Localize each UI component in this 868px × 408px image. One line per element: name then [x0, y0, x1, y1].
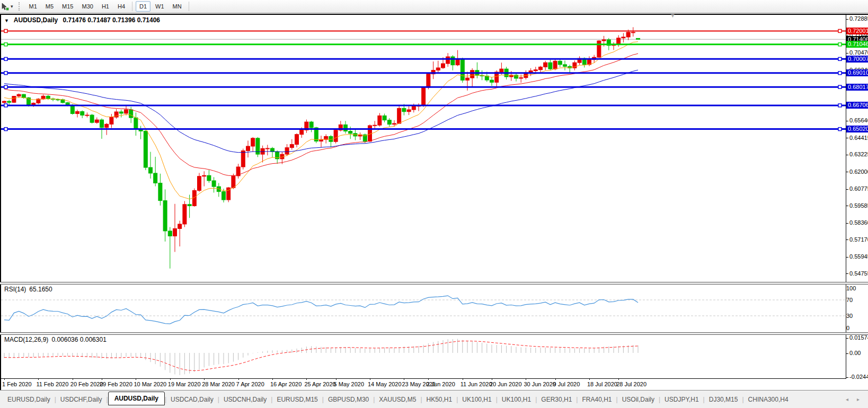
line-handle[interactable] — [4, 128, 7, 131]
line-handle[interactable] — [838, 85, 842, 88]
line-handle[interactable] — [838, 72, 842, 75]
date-label: 2 Jun 2020 — [426, 381, 455, 387]
timeframe-button-h1[interactable]: H1 — [98, 1, 113, 12]
price-axis-divider — [846, 15, 846, 378]
tabs-scroll-right-icon[interactable]: ▸ — [857, 396, 860, 402]
timeframe-button-d1[interactable]: D1 — [136, 1, 150, 12]
line-handle[interactable] — [4, 29, 7, 32]
price-badge: 0.69010 — [846, 69, 868, 76]
horizontal-support-line[interactable] — [1, 43, 846, 46]
symbol-tab-audusd-daily[interactable]: AUDUSD,Daily — [108, 392, 165, 405]
timeframe-button-m1[interactable]: M1 — [25, 1, 41, 12]
symbol-tab-usoil-daily[interactable]: USOil,Daily — [618, 394, 659, 405]
date-axis-divider — [0, 378, 846, 379]
rsi-plot — [1, 284, 846, 333]
symbol-tab-gbpusd-m30[interactable]: GBPUSD,M30 — [324, 394, 373, 405]
symbol-tab-hk50-h1[interactable]: HK50,H1 — [422, 394, 457, 405]
line-handle[interactable] — [838, 57, 842, 60]
macd-plot — [1, 334, 846, 378]
timeframe-buttons: M1M5M15M30H1H4D1W1MN — [25, 1, 192, 12]
symbol-tab-fra40-h1[interactable]: FRA40,H1 — [578, 394, 616, 405]
rsi-tick: 0 — [846, 325, 849, 331]
timeframe-button-h4[interactable]: H4 — [114, 1, 129, 12]
symbol-tab-china300-h4[interactable]: CHINA300,H4 — [744, 394, 793, 405]
price-axis[interactable]: 0.728850.716950.704700.692450.656400.644… — [846, 15, 868, 378]
date-label: 28 Jul 2020 — [616, 381, 646, 387]
timeframe-button-w1[interactable]: W1 — [152, 1, 168, 12]
toolbar-grip-handle[interactable] — [19, 2, 21, 11]
macd-panel-splitter[interactable] — [0, 332, 868, 335]
chart-shift-marker-icon[interactable]: ▼ — [670, 12, 676, 19]
line-handle[interactable] — [4, 57, 7, 60]
line-handle[interactable] — [4, 72, 7, 75]
line-handle[interactable] — [4, 43, 7, 46]
symbol-tab-eurusd-m15[interactable]: EURUSD,M15 — [272, 394, 322, 405]
rsi-tick: 100 — [846, 285, 856, 291]
horizontal-support-line[interactable] — [1, 72, 846, 75]
chart-title: ▼ AUDUSD,Daily 0.71476 0.71487 0.71396 0… — [4, 16, 160, 24]
price-tick: 0.72885 — [846, 15, 868, 22]
timeframe-button-m5[interactable]: M5 — [42, 1, 57, 12]
horizontal-support-line[interactable] — [1, 128, 846, 131]
price-tick: 0.64415 — [846, 135, 868, 141]
symbol-tab-usdjpy-h1[interactable]: USDJPY,H1 — [660, 394, 703, 405]
symbol-tab-usdcad-daily[interactable]: USDCAD,Daily — [166, 394, 218, 405]
price-tick: 0.54755 — [846, 270, 868, 277]
line-handle[interactable] — [838, 29, 842, 32]
line-handle[interactable] — [838, 128, 842, 131]
timeframe-button-mn[interactable]: MN — [169, 1, 185, 12]
macd-signal-line — [4, 341, 638, 371]
line-handle[interactable] — [4, 104, 7, 107]
date-label: 10 Mar 2020 — [134, 381, 166, 387]
rsi-panel[interactable] — [1, 284, 846, 333]
symbol-tab-ger30-h1[interactable]: GER30,H1 — [537, 394, 576, 405]
line-handle[interactable] — [838, 104, 842, 107]
tab-bar-divider — [0, 390, 868, 391]
date-label: 11 Feb 2020 — [36, 381, 68, 387]
chart-window-border-top — [0, 14, 868, 15]
price-tick: 0.58360 — [846, 219, 868, 226]
line-handle[interactable] — [4, 85, 7, 88]
rsi-panel-splitter[interactable] — [0, 282, 868, 285]
rsi-tick: 30 — [846, 313, 853, 319]
price-badge: 0.72001 — [846, 28, 868, 34]
mt4-window: { "toolbar": { "cursor_dropdown_glyph": … — [0, 0, 868, 408]
chart-title-collapse-icon[interactable]: ▼ — [4, 18, 9, 23]
timeframe-button-m30[interactable]: M30 — [78, 1, 97, 12]
date-label: 20 Jun 2020 — [490, 381, 522, 387]
cursor-tool-button[interactable]: ▾ — [0, 2, 16, 11]
symbol-tab-usdchf-daily[interactable]: USDCHF,Daily — [56, 394, 107, 405]
chart-ohlc-values: 0.71476 0.71487 0.71396 0.71406 — [63, 16, 161, 24]
date-label: 19 Mar 2020 — [168, 381, 201, 387]
symbol-tab-eurusd-daily[interactable]: EURUSD,Daily — [3, 394, 55, 405]
symbol-tab-uk100-h1[interactable]: UK100,H1 — [458, 394, 495, 405]
line-handle[interactable] — [838, 43, 842, 46]
macd-values: 0.006036 0.006301 — [51, 336, 106, 343]
date-label: 9 Jul 2020 — [553, 381, 580, 387]
price-badge: 0.71046 — [846, 41, 868, 48]
toolbar-separator — [132, 2, 132, 11]
horizontal-support-line[interactable] — [1, 57, 846, 60]
main-candlestick-chart[interactable] — [1, 15, 846, 282]
horizontal-resistance-line[interactable] — [1, 29, 846, 32]
symbol-tab-uk100-h1[interactable]: UK100,H1 — [498, 394, 535, 405]
macd-panel[interactable] — [1, 334, 846, 378]
price-tick: 0.57170 — [846, 236, 868, 243]
candlestick-series — [3, 27, 640, 268]
symbol-tab-xauusd-m5[interactable]: XAUUSD,M5 — [375, 394, 420, 405]
date-label: 28 Mar 2020 — [202, 381, 235, 387]
date-axis[interactable]: 1 Feb 202011 Feb 202020 Feb 202029 Feb 2… — [1, 378, 846, 390]
timeframe-button-m15[interactable]: M15 — [58, 1, 77, 12]
symbol-tab-usdcnh-daily[interactable]: USDCNH,Daily — [219, 394, 271, 405]
price-tick: 0.55945 — [846, 253, 868, 260]
date-label: 11 Jun 2020 — [460, 381, 492, 387]
price-tick: 0.60775 — [846, 185, 868, 192]
price-tick: 0.59585 — [846, 202, 868, 209]
macd-tick: 0.015741 — [846, 334, 868, 341]
tabs-scroll-left-icon[interactable]: ◂ — [846, 396, 848, 402]
cursor-tool-dropdown-icon[interactable]: ▾ — [11, 4, 13, 9]
symbol-tab-dj30-m15[interactable]: DJ30,M15 — [705, 394, 742, 405]
rsi-value: 65.1650 — [29, 286, 52, 293]
date-label: 29 Feb 2020 — [100, 381, 132, 387]
rsi-indicator-label: RSI(14)65.1650 — [4, 286, 52, 293]
